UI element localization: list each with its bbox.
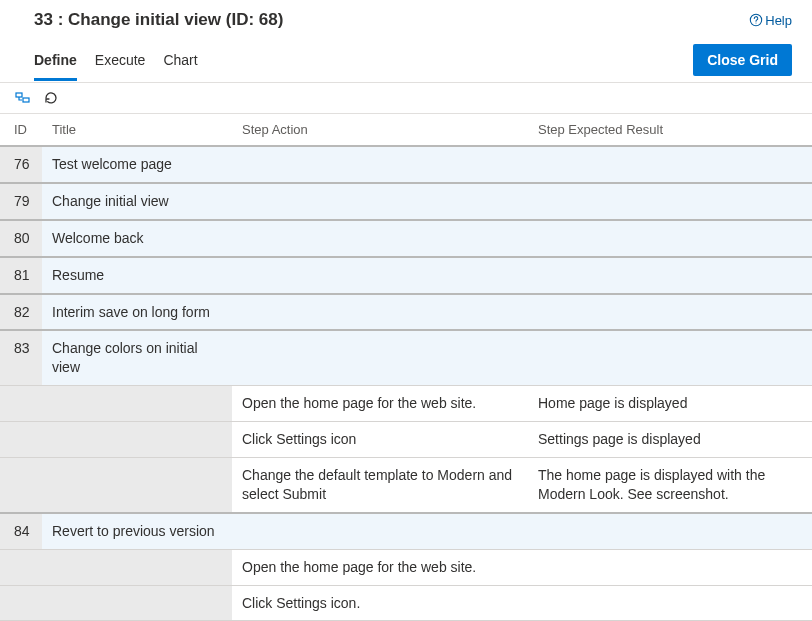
cell-expected[interactable] [528, 183, 812, 220]
table-row[interactable]: Open the home page for the web site.Home… [0, 386, 812, 422]
cell-id[interactable]: 81 [0, 257, 42, 294]
cell-action[interactable] [232, 294, 528, 331]
cell-id[interactable]: 80 [0, 220, 42, 257]
cell-expected[interactable]: Settings page is displayed [528, 422, 812, 458]
help-label: Help [765, 13, 792, 28]
tab-define[interactable]: Define [34, 46, 77, 81]
table-row[interactable]: 83Change colors on initial view [0, 330, 812, 385]
cell-expected[interactable] [528, 294, 812, 331]
cell-action[interactable]: Change the default template to Modern an… [232, 458, 528, 513]
cell-expected[interactable] [528, 330, 812, 385]
svg-point-1 [756, 22, 757, 23]
column-header-title[interactable]: Title [42, 114, 232, 146]
cell-id[interactable]: 79 [0, 183, 42, 220]
cell-action[interactable] [232, 330, 528, 385]
cell-id[interactable]: 83 [0, 330, 42, 385]
cell-id[interactable] [0, 386, 42, 422]
cell-action[interactable] [232, 220, 528, 257]
cell-title[interactable]: Change initial view [42, 183, 232, 220]
table-row[interactable]: Click Settings icon. [0, 585, 812, 621]
cell-action[interactable]: Click Settings icon. [232, 585, 528, 621]
cell-title[interactable]: Revert to previous version [42, 513, 232, 549]
cell-title[interactable]: Welcome back [42, 220, 232, 257]
tab-chart[interactable]: Chart [163, 46, 197, 81]
tab-bar: Define Execute Chart [34, 46, 198, 81]
refresh-icon[interactable] [42, 89, 60, 107]
cell-title[interactable] [42, 549, 232, 585]
cell-expected[interactable] [528, 513, 812, 549]
svg-rect-2 [16, 93, 22, 97]
cell-action[interactable]: Click Settings icon [232, 422, 528, 458]
cell-id[interactable] [0, 458, 42, 513]
cell-expected[interactable] [528, 220, 812, 257]
table-row[interactable]: 81Resume [0, 257, 812, 294]
cell-action[interactable]: Open the home page for the web site. [232, 549, 528, 585]
test-grid: ID Title Step Action Step Expected Resul… [0, 114, 812, 621]
cell-expected[interactable] [528, 549, 812, 585]
expand-collapse-icon[interactable] [14, 89, 32, 107]
table-row[interactable]: 76Test welcome page [0, 146, 812, 183]
cell-title[interactable]: Change colors on initial view [42, 330, 232, 385]
cell-title[interactable]: Test welcome page [42, 146, 232, 183]
cell-expected[interactable] [528, 257, 812, 294]
cell-title[interactable]: Interim save on long form [42, 294, 232, 331]
cell-title[interactable] [42, 422, 232, 458]
column-header-expected[interactable]: Step Expected Result [528, 114, 812, 146]
cell-expected[interactable] [528, 585, 812, 621]
column-header-id[interactable]: ID [0, 114, 42, 146]
table-row[interactable]: 84Revert to previous version [0, 513, 812, 549]
cell-id[interactable] [0, 549, 42, 585]
help-icon [749, 13, 763, 27]
table-row[interactable]: Change the default template to Modern an… [0, 458, 812, 513]
cell-action[interactable] [232, 257, 528, 294]
cell-title[interactable]: Resume [42, 257, 232, 294]
table-row[interactable]: 82Interim save on long form [0, 294, 812, 331]
table-row[interactable]: 80Welcome back [0, 220, 812, 257]
cell-action[interactable]: Open the home page for the web site. [232, 386, 528, 422]
close-grid-button[interactable]: Close Grid [693, 44, 792, 76]
help-link[interactable]: Help [749, 13, 792, 28]
page-title: 33 : Change initial view (ID: 68) [34, 10, 283, 30]
cell-expected[interactable]: The home page is displayed with the Mode… [528, 458, 812, 513]
cell-action[interactable] [232, 513, 528, 549]
cell-expected[interactable]: Home page is displayed [528, 386, 812, 422]
column-header-action[interactable]: Step Action [232, 114, 528, 146]
table-row[interactable]: Click Settings iconSettings page is disp… [0, 422, 812, 458]
cell-id[interactable] [0, 422, 42, 458]
table-row[interactable]: Open the home page for the web site. [0, 549, 812, 585]
cell-title[interactable] [42, 585, 232, 621]
table-row[interactable]: 79Change initial view [0, 183, 812, 220]
cell-title[interactable] [42, 386, 232, 422]
cell-action[interactable] [232, 183, 528, 220]
grid-toolbar [0, 82, 812, 114]
cell-id[interactable]: 82 [0, 294, 42, 331]
cell-expected[interactable] [528, 146, 812, 183]
svg-rect-3 [23, 98, 29, 102]
tab-execute[interactable]: Execute [95, 46, 146, 81]
cell-id[interactable]: 84 [0, 513, 42, 549]
cell-id[interactable]: 76 [0, 146, 42, 183]
cell-title[interactable] [42, 458, 232, 513]
cell-id[interactable] [0, 585, 42, 621]
cell-action[interactable] [232, 146, 528, 183]
